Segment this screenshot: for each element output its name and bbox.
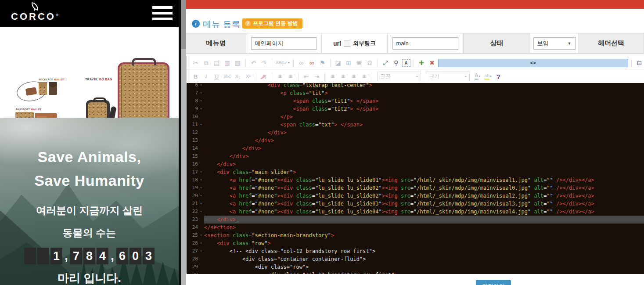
menu-name-input[interactable] [251,37,317,50]
source-editing-area[interactable]: 6▾<div class="txtwrap text-center">7▾<p … [187,83,644,274]
find-replace-icon[interactable]: ⚲ [392,59,401,67]
counter-comma: , [110,248,115,264]
status-label: 상태 [463,33,530,53]
align-right-icon[interactable]: ≡ [349,72,358,81]
fold-arrow-icon[interactable]: ▾ [198,192,204,200]
subscript-icon[interactable]: X₂ [233,72,242,81]
url-label: url [333,40,341,47]
registered-mark: ® [56,13,58,17]
code-line: 22▾<a href="#none"><div class="lu_slide … [187,208,644,216]
unordered-list-icon[interactable]: ≡ [286,72,295,81]
undo-icon[interactable]: ↶ [249,59,258,67]
counter-digit: 4 [97,248,108,264]
external-link-checkbox[interactable] [344,40,350,47]
url-input[interactable] [392,37,458,50]
toolbar-separator [245,59,246,67]
help-icon[interactable]: ? [494,72,503,81]
paste-text-icon[interactable]: ▥ [223,59,232,67]
code-line: 29<div class="row"> [187,263,644,271]
fold-arrow-icon[interactable]: ▾ [198,83,204,89]
align-left-icon[interactable]: ≡ [328,72,337,81]
align-justify-icon[interactable]: ≡ [360,72,369,81]
fold-arrow-icon[interactable]: ▾ [198,208,204,216]
code-line: 21▾<a href="#none"><div class="lu_slide … [187,200,644,208]
indent-icon[interactable]: ⇥ [312,72,321,81]
special-char-icon[interactable]: Ω [365,59,374,67]
paste-word-icon[interactable]: ▧ [233,59,242,67]
fold-arrow-icon[interactable]: ▾ [198,121,204,129]
code-line: 13</div> [187,137,644,144]
preview-scrollbar-thumb[interactable] [181,0,186,49]
align-center-icon[interactable]: ≡ [338,72,348,81]
strikethrough-icon[interactable]: abc [223,72,232,81]
question-icon: ? [245,21,251,26]
fold-arrow-icon[interactable]: ▾ [198,97,204,105]
code-line: 24</section> [187,224,644,231]
toolbar-separator [272,59,272,67]
header-select-label: 헤더선택 [579,33,644,53]
necklace-wallet-label: NECKLACE WALLET [39,78,65,81]
editor-toolbar-row1: ✂⧉▤▥▧↶↷ABC✓▾∞∞⚑◪⊞≣Ω⤢⚲A✚✖<>⊟ [187,56,644,70]
fold-arrow-icon[interactable]: ▾ [198,231,204,239]
tag-add-icon[interactable]: ✚ [417,59,426,67]
maximize-icon[interactable]: ⤢ [381,59,390,67]
program-link-help-button[interactable]: ? 프로그램 연동 방법 [242,18,302,29]
html-source-editor: ✂⧉▤▥▧↶↷ABC✓▾∞∞⚑◪⊞≣Ω⤢⚲A✚✖<>⊟ BIUabcX₂X²A≡… [186,56,644,273]
bg-color-button[interactable]: ab▾ [483,72,493,81]
superscript-icon[interactable]: X² [244,72,253,81]
code-line: 6▾<div class="txtwrap text-center"> [187,83,644,89]
unlink-icon[interactable]: ∞ [307,59,317,67]
fold-spacer [198,137,204,144]
fold-arrow-icon[interactable]: ▾ [198,247,204,255]
outdent-icon[interactable]: ⇤ [302,72,311,81]
ordered-list-icon[interactable]: ≡ [275,72,284,81]
tag-remove-icon[interactable]: ✖ [428,59,437,67]
editor-toolbar-row2: BIUabcX₂X²A≡≡⇤⇥≡≡≡≡글꼴▾크기▾A▾ab▾? [187,70,644,83]
text-color-button[interactable]: A▾ [473,72,482,81]
underline-icon[interactable]: U [212,72,221,81]
paste-icon[interactable]: ▤ [212,59,221,67]
fold-arrow-icon[interactable]: ▾ [198,176,204,184]
code-line: 11▾<span class="txt"> </span> [187,121,644,129]
italic-icon[interactable]: I [201,72,211,81]
fold-arrow-icon[interactable]: ▾ [198,239,204,247]
counter-comma: , [64,248,69,264]
toolbar-separator [631,59,632,67]
code-line: 17▾<div class="main_slider"> [187,168,644,176]
bold-icon[interactable]: B [191,72,200,81]
redo-icon[interactable]: ↷ [259,59,269,67]
fold-spacer [198,216,204,224]
preview-scrollbar[interactable] [181,0,186,285]
select-all-icon[interactable]: A [402,59,410,67]
spellcheck-icon[interactable]: ABC✓▾ [275,59,290,67]
counter-digit: 3 [143,248,155,264]
code-line: 8▾<span class="tit1"> </span> [187,97,644,105]
hamburger-menu-icon[interactable] [152,6,173,21]
fold-arrow-icon[interactable]: ▾ [198,168,204,176]
horizontal-rule-icon[interactable]: ≣ [355,59,364,67]
link-icon[interactable]: ∞ [297,59,306,67]
status-select[interactable]: 보임 ▼ [533,37,576,50]
anchor-flag-icon[interactable]: ⚑ [318,59,327,67]
table-icon[interactable]: ⊞ [344,59,353,67]
copy-icon[interactable]: ⧉ [201,59,211,67]
print-icon[interactable]: ⊟ [635,59,644,67]
counter-digit: 0 [130,248,141,264]
fold-arrow-icon[interactable]: ▾ [198,200,204,208]
counter-suffix: 마리 입니다. [0,271,179,285]
font-select[interactable]: 글꼴▾ [377,72,421,81]
source-button[interactable]: <> [438,59,628,67]
site-preview-pane: CORCO® NECKLACE WALLET PASSPORT WALLET T… [0,0,179,285]
travel-go-bag-label: TRAVEL GO BAG [85,78,112,81]
fold-arrow-icon[interactable]: ▾ [198,89,204,97]
fold-spacer [198,255,204,263]
code-line: 18▾<a href="#none"><div class="lu_slide … [187,176,644,184]
remove-format-icon[interactable]: A [259,72,269,81]
code-line: 26▾<div class="row"> [187,239,644,247]
image-icon[interactable]: ◪ [334,59,343,67]
fold-arrow-icon[interactable]: ▾ [198,184,204,192]
cut-icon[interactable]: ✂ [191,59,200,67]
size-select[interactable]: 크기▾ [426,72,470,81]
save-button[interactable]: 저장하기 [476,280,511,285]
fold-arrow-icon[interactable]: ▾ [198,105,204,113]
